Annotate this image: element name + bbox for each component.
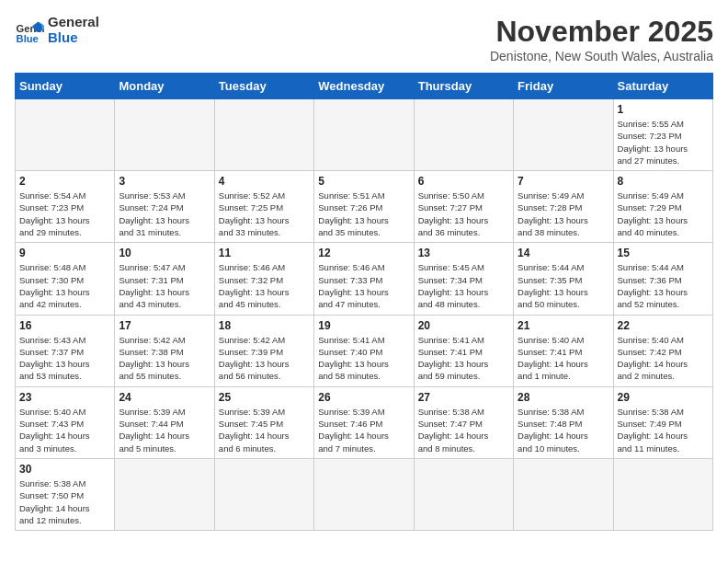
calendar-cell	[214, 99, 313, 171]
day-number: 8	[618, 175, 709, 188]
day-number: 9	[19, 247, 110, 259]
day-info: Sunrise: 5:39 AM Sunset: 7:46 PM Dayligh…	[318, 406, 409, 454]
day-info: Sunrise: 5:44 AM Sunset: 7:36 PM Dayligh…	[618, 261, 709, 310]
calendar-cell: 21Sunrise: 5:40 AM Sunset: 7:41 PM Dayli…	[514, 315, 613, 386]
calendar-cell: 8Sunrise: 5:49 AM Sunset: 7:29 PM Daylig…	[613, 171, 712, 243]
day-info: Sunrise: 5:52 AM Sunset: 7:25 PM Dayligh…	[219, 190, 310, 238]
day-number: 25	[219, 391, 310, 404]
day-info: Sunrise: 5:51 AM Sunset: 7:26 PM Dayligh…	[318, 190, 409, 238]
day-info: Sunrise: 5:44 AM Sunset: 7:35 PM Dayligh…	[518, 261, 609, 310]
logo-icon: General Blue	[15, 16, 44, 45]
day-number: 24	[119, 391, 210, 404]
day-info: Sunrise: 5:48 AM Sunset: 7:30 PM Dayligh…	[19, 261, 110, 310]
day-info: Sunrise: 5:49 AM Sunset: 7:28 PM Dayligh…	[518, 190, 609, 238]
calendar-week-row: 23Sunrise: 5:40 AM Sunset: 7:43 PM Dayli…	[16, 386, 713, 458]
calendar-cell: 24Sunrise: 5:39 AM Sunset: 7:44 PM Dayli…	[115, 386, 214, 458]
column-header-sunday: Sunday	[16, 74, 115, 99]
calendar-cell: 15Sunrise: 5:44 AM Sunset: 7:36 PM Dayli…	[613, 243, 712, 315]
calendar-cell: 13Sunrise: 5:45 AM Sunset: 7:34 PM Dayli…	[414, 243, 513, 315]
location-text: Denistone, New South Wales, Australia	[490, 49, 713, 63]
calendar-cell	[115, 99, 214, 171]
day-number: 30	[19, 463, 110, 476]
calendar-cell	[414, 99, 513, 171]
day-number: 22	[618, 319, 709, 332]
calendar-cell: 4Sunrise: 5:52 AM Sunset: 7:25 PM Daylig…	[214, 171, 313, 243]
column-header-tuesday: Tuesday	[214, 74, 313, 99]
calendar-week-row: 30Sunrise: 5:38 AM Sunset: 7:50 PM Dayli…	[16, 458, 713, 530]
month-title: November 2025	[490, 15, 713, 49]
column-header-thursday: Thursday	[414, 74, 513, 99]
day-number: 4	[219, 175, 310, 188]
day-info: Sunrise: 5:41 AM Sunset: 7:40 PM Dayligh…	[318, 334, 409, 383]
calendar-cell	[314, 458, 414, 530]
column-header-monday: Monday	[115, 74, 214, 99]
calendar-week-row: 2Sunrise: 5:54 AM Sunset: 7:23 PM Daylig…	[16, 171, 713, 243]
day-info: Sunrise: 5:38 AM Sunset: 7:49 PM Dayligh…	[618, 406, 709, 454]
calendar-week-row: 16Sunrise: 5:43 AM Sunset: 7:37 PM Dayli…	[16, 315, 713, 386]
day-info: Sunrise: 5:55 AM Sunset: 7:23 PM Dayligh…	[618, 118, 709, 167]
calendar-cell: 17Sunrise: 5:42 AM Sunset: 7:38 PM Dayli…	[115, 315, 214, 386]
column-header-saturday: Saturday	[613, 74, 712, 99]
day-number: 16	[19, 319, 110, 332]
logo-blue-text: Blue	[48, 30, 99, 46]
calendar-cell	[16, 99, 115, 171]
day-number: 14	[518, 247, 609, 259]
calendar-table: SundayMondayTuesdayWednesdayThursdayFrid…	[15, 73, 713, 531]
day-number: 27	[418, 391, 509, 404]
day-info: Sunrise: 5:46 AM Sunset: 7:33 PM Dayligh…	[318, 261, 409, 310]
day-number: 5	[318, 175, 409, 188]
day-info: Sunrise: 5:43 AM Sunset: 7:37 PM Dayligh…	[19, 334, 110, 383]
calendar-cell: 9Sunrise: 5:48 AM Sunset: 7:30 PM Daylig…	[16, 243, 115, 315]
day-number: 15	[618, 247, 709, 259]
day-info: Sunrise: 5:38 AM Sunset: 7:47 PM Dayligh…	[418, 406, 509, 454]
calendar-cell: 30Sunrise: 5:38 AM Sunset: 7:50 PM Dayli…	[16, 458, 115, 530]
day-number: 29	[618, 391, 709, 404]
calendar-cell: 6Sunrise: 5:50 AM Sunset: 7:27 PM Daylig…	[414, 171, 513, 243]
day-info: Sunrise: 5:40 AM Sunset: 7:42 PM Dayligh…	[618, 334, 709, 383]
day-info: Sunrise: 5:54 AM Sunset: 7:23 PM Dayligh…	[19, 190, 110, 238]
calendar-cell	[514, 458, 613, 530]
day-info: Sunrise: 5:47 AM Sunset: 7:31 PM Dayligh…	[119, 261, 210, 310]
day-number: 20	[418, 319, 509, 332]
day-info: Sunrise: 5:39 AM Sunset: 7:45 PM Dayligh…	[219, 406, 310, 454]
page-header: General Blue General Blue November 2025 …	[15, 15, 713, 63]
day-number: 2	[19, 175, 110, 188]
day-number: 13	[418, 247, 509, 259]
calendar-cell: 29Sunrise: 5:38 AM Sunset: 7:49 PM Dayli…	[613, 386, 712, 458]
day-info: Sunrise: 5:46 AM Sunset: 7:32 PM Dayligh…	[219, 261, 310, 310]
day-info: Sunrise: 5:49 AM Sunset: 7:29 PM Dayligh…	[618, 190, 709, 238]
day-number: 1	[618, 103, 709, 116]
day-info: Sunrise: 5:40 AM Sunset: 7:41 PM Dayligh…	[518, 334, 609, 383]
day-info: Sunrise: 5:53 AM Sunset: 7:24 PM Dayligh…	[119, 190, 210, 238]
calendar-cell: 12Sunrise: 5:46 AM Sunset: 7:33 PM Dayli…	[314, 243, 414, 315]
calendar-week-row: 9Sunrise: 5:48 AM Sunset: 7:30 PM Daylig…	[16, 243, 713, 315]
day-number: 11	[219, 247, 310, 259]
day-number: 18	[219, 319, 310, 332]
day-info: Sunrise: 5:50 AM Sunset: 7:27 PM Dayligh…	[418, 190, 509, 238]
calendar-cell	[514, 99, 613, 171]
calendar-cell: 11Sunrise: 5:46 AM Sunset: 7:32 PM Dayli…	[214, 243, 313, 315]
calendar-cell: 20Sunrise: 5:41 AM Sunset: 7:41 PM Dayli…	[414, 315, 513, 386]
day-info: Sunrise: 5:38 AM Sunset: 7:48 PM Dayligh…	[518, 406, 609, 454]
day-number: 28	[518, 391, 609, 404]
day-info: Sunrise: 5:38 AM Sunset: 7:50 PM Dayligh…	[19, 477, 110, 526]
calendar-cell	[414, 458, 513, 530]
day-number: 3	[119, 175, 210, 188]
calendar-cell: 28Sunrise: 5:38 AM Sunset: 7:48 PM Dayli…	[514, 386, 613, 458]
calendar-cell: 23Sunrise: 5:40 AM Sunset: 7:43 PM Dayli…	[16, 386, 115, 458]
calendar-week-row: 1Sunrise: 5:55 AM Sunset: 7:23 PM Daylig…	[16, 99, 713, 171]
calendar-cell: 19Sunrise: 5:41 AM Sunset: 7:40 PM Dayli…	[314, 315, 414, 386]
day-number: 10	[119, 247, 210, 259]
day-number: 19	[318, 319, 409, 332]
day-info: Sunrise: 5:40 AM Sunset: 7:43 PM Dayligh…	[19, 406, 110, 454]
calendar-cell: 26Sunrise: 5:39 AM Sunset: 7:46 PM Dayli…	[314, 386, 414, 458]
day-info: Sunrise: 5:45 AM Sunset: 7:34 PM Dayligh…	[418, 261, 509, 310]
day-info: Sunrise: 5:42 AM Sunset: 7:38 PM Dayligh…	[119, 334, 210, 383]
day-number: 6	[418, 175, 509, 188]
calendar-cell	[115, 458, 214, 530]
day-number: 17	[119, 319, 210, 332]
calendar-cell: 1Sunrise: 5:55 AM Sunset: 7:23 PM Daylig…	[613, 99, 712, 171]
column-header-friday: Friday	[514, 74, 613, 99]
calendar-cell: 18Sunrise: 5:42 AM Sunset: 7:39 PM Dayli…	[214, 315, 313, 386]
calendar-cell: 25Sunrise: 5:39 AM Sunset: 7:45 PM Dayli…	[214, 386, 313, 458]
